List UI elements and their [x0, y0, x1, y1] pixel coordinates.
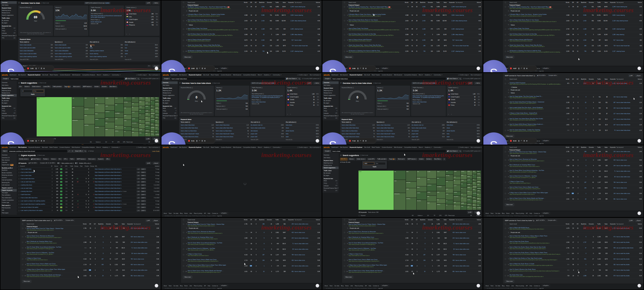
engine-select[interactable]: Google ▾ [324, 150, 331, 153]
treemap-block[interactable]: couch [454, 185, 460, 191]
top-keyword-link[interactable]: how to clean hoka shoes [616, 102, 635, 103]
nav-item[interactable]: Site Explorer [18, 146, 27, 148]
result-url-link[interactable]: https://thehappierhomemaker.com/how-to-c… [188, 46, 240, 47]
top-keyword-link[interactable]: cleaning house [455, 51, 474, 52]
row-checkbox[interactable] [344, 34, 345, 35]
sidebar-item[interactable]: Anchors [1, 176, 17, 179]
video-thumbnail[interactable]: ahrefsDashboardSite ExplorerKeywords Exp… [161, 145, 322, 217]
keyword-link[interactable]: + can you put hokas in the washer [20, 207, 49, 208]
row-checkbox[interactable] [22, 270, 23, 271]
treemap-block[interactable]: fryer [155, 131, 159, 133]
chart-select[interactable]: ⊿ ▾ [137, 203, 140, 205]
top-keyword-link[interactable]: how to clean crocs [134, 275, 152, 276]
workspace-menu[interactable]: Sky's workspace ▾ [149, 74, 160, 76]
treemap-block[interactable]: oven [72, 106, 84, 119]
treemap-block[interactable]: suede [155, 107, 159, 110]
footer-link[interactable]: Robot [506, 285, 510, 287]
treemap-block[interactable]: washing [84, 124, 95, 136]
footer-link[interactable]: Our data [173, 213, 178, 214]
view-all-link[interactable]: View all 14 › [216, 138, 249, 140]
result-url-link[interactable]: https://www.womansday.com/home/organizin… [510, 29, 562, 31]
treemap-block[interactable]: velvet [145, 97, 150, 102]
row-checkbox[interactable] [505, 6, 506, 7]
treemap-block[interactable]: toilet [84, 97, 95, 108]
top-keyword-link[interactable]: deep cleaning house [295, 20, 313, 21]
top-keyword-link[interactable]: how to clean crocs [455, 271, 474, 272]
nav-item[interactable]: Rank Tracker [49, 146, 58, 148]
serp-select[interactable]: SERP ▾ [140, 200, 146, 202]
view-all-link[interactable]: View all 14 › [377, 138, 410, 140]
video-thumbnail[interactable]: Search resultWordsDRURBacklinksDomainsTr… [483, 1, 643, 72]
stop-record-icon[interactable] [27, 68, 29, 70]
footer-link[interactable]: Blog [341, 285, 344, 287]
keyword-idea-link[interactable]: hoka [286, 133, 288, 135]
treemap-block[interactable]: pan [461, 193, 467, 197]
treemap-block[interactable]: machine [472, 192, 476, 196]
stop-record-icon[interactable] [188, 140, 190, 142]
row-checkbox[interactable] [183, 271, 184, 272]
top-keyword-link[interactable]: how to clean white crocs [616, 193, 635, 194]
nav-item[interactable]: Academy ↗ [103, 146, 110, 148]
footer-link[interactable]: Blog [180, 213, 183, 214]
sidebar-item[interactable]: Search suggestions [322, 167, 339, 169]
row-checkbox[interactable] [344, 265, 345, 267]
treemap-block[interactable]: oven [394, 180, 406, 193]
treemap-block[interactable]: quartz [145, 102, 150, 105]
row-checkbox[interactable] [505, 228, 506, 229]
menu-icon[interactable]: ☰ [18, 2, 20, 4]
pause-icon[interactable] [41, 68, 42, 69]
add-to-button[interactable]: + Add to [313, 82, 320, 85]
show-more-button[interactable]: Show more [344, 276, 353, 279]
how-to-use-link[interactable]: ⓘ How to use [373, 83, 381, 84]
sidebar-item[interactable]: Related terms [322, 164, 339, 167]
nav-item[interactable]: Site Explorer [179, 74, 187, 76]
result-url-link[interactable]: https://thehappierhomemaker.com/how-to-c… [349, 46, 401, 47]
treemap-block[interactable]: dishwasher [394, 193, 406, 210]
nav-item[interactable]: Competitive Analysis [404, 74, 417, 76]
sidebar-item[interactable]: Work345 [1, 107, 17, 110]
serp-select[interactable]: SERP ▾ [140, 184, 146, 186]
treemap-block[interactable]: keurig [417, 177, 427, 186]
update-link[interactable]: Update [105, 2, 109, 4]
filter-chip[interactable]: Volume ▾ [348, 158, 355, 161]
top-keyword-link[interactable]: how to clean crocs [455, 232, 474, 233]
keyword-idea-link[interactable]: proper cloth [412, 136, 418, 137]
treemap-block[interactable]: floors [155, 97, 159, 99]
row-checkbox[interactable] [183, 34, 184, 35]
trash-icon[interactable] [204, 140, 206, 142]
filter-chip[interactable]: Word count ▾ [397, 158, 406, 161]
row-checkbox[interactable] [22, 264, 23, 265]
treemap-block[interactable]: suede [427, 171, 436, 179]
result-url-link[interactable]: https://www.youtube.com/watch?v=v_ZT_8E2… [188, 249, 240, 251]
row-checkbox[interactable] [183, 40, 184, 41]
result-url-link[interactable]: https://www.hibbett.com/hey-expert-advic… [510, 265, 562, 266]
filter-chip[interactable]: Monthly volume ▾ [18, 158, 29, 161]
top-keyword-link[interactable]: deep cleaning house [455, 20, 474, 21]
select-all-checkbox[interactable] [359, 215, 360, 216]
top-keyword-link[interactable]: can you wash hey dude shoes [616, 247, 635, 249]
row-checkbox[interactable] [344, 15, 345, 16]
sidebar-item[interactable]: Overview [322, 81, 339, 84]
sidebar-item[interactable]: Matching terms [1, 89, 17, 92]
keyword-idea-link[interactable]: plantar fasciitis [286, 130, 294, 132]
language-select[interactable]: ⊕ English ▾ [220, 67, 228, 70]
treemap-block[interactable]: stove [477, 184, 481, 187]
nav-item[interactable]: Dashboard [331, 74, 338, 76]
sidebar-item[interactable]: By pages [1, 102, 17, 104]
language-select[interactable]: ⊕ English ▾ [220, 212, 228, 215]
row-checkbox[interactable] [505, 258, 506, 260]
keyword-idea-link[interactable]: how to clean hoka bondi 7 shoes [377, 133, 395, 135]
ahrefs-logo[interactable]: ahrefs [163, 146, 169, 149]
sidebar-item[interactable]: Paid keywords [1, 207, 17, 209]
treemap-block[interactable]: granite [467, 179, 472, 183]
row-checkbox[interactable] [183, 243, 184, 244]
footer-link[interactable]: Help [530, 213, 532, 214]
nav-item[interactable]: Content Explorer [221, 146, 231, 148]
show-more-button[interactable]: Show more [505, 135, 514, 137]
top-keyword-link[interactable]: deep cleaning house [616, 20, 635, 21]
mic-icon[interactable] [518, 68, 519, 69]
menu-icon[interactable]: ☰ [18, 82, 20, 84]
top-ranking-result-link[interactable]: https://www.hoka.com/help-center.html?a=… [252, 95, 283, 98]
treemap-block[interactable]: dryer [155, 124, 159, 127]
treemap-block[interactable]: car [139, 114, 145, 119]
